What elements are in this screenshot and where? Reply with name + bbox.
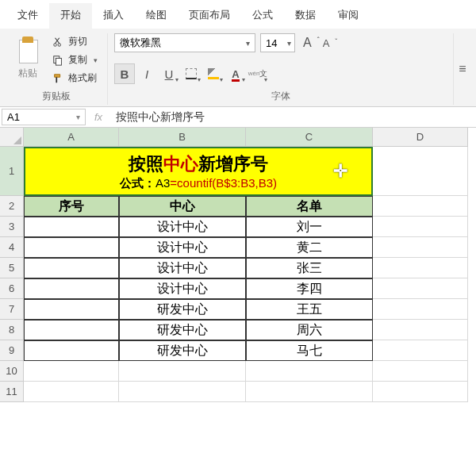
tab-draw[interactable]: 绘图 (135, 3, 178, 29)
italic-button[interactable]: I (136, 63, 157, 84)
cell-b4[interactable]: 设计中心 (119, 237, 246, 258)
row-header-1[interactable]: 1 (0, 147, 24, 196)
row-header-11[interactable]: 11 (0, 382, 24, 402)
phonetic-button[interactable]: wén文▾ (248, 63, 268, 84)
cell-b5[interactable]: 设计中心 (119, 258, 246, 278)
cell-b2[interactable]: 中心 (119, 196, 246, 217)
tab-insert[interactable]: 插入 (92, 3, 135, 29)
col-header-c[interactable]: C (246, 128, 373, 147)
font-family-select[interactable]: 微软雅黑 (114, 33, 255, 52)
row-header-5[interactable]: 5 (0, 258, 24, 278)
title-formula-expr: =countif(B$3:B3,B3) (170, 176, 277, 190)
row-header-7[interactable]: 7 (0, 299, 24, 320)
cell-d7[interactable] (373, 299, 468, 320)
cut-button[interactable]: 剪切 (49, 33, 101, 50)
font-size-select[interactable]: 14 (260, 33, 295, 52)
fill-icon (208, 68, 219, 79)
cell-c5[interactable]: 张三 (246, 258, 373, 278)
font-color-button[interactable]: A▾ (225, 63, 246, 84)
name-box-value: A1 (7, 111, 20, 123)
tab-home[interactable]: 开始 (49, 3, 92, 29)
bold-button[interactable]: B (114, 63, 135, 84)
cell-b10[interactable] (119, 361, 246, 382)
row-header-3[interactable]: 3 (0, 217, 24, 237)
ribbon-overflow-button[interactable]: ≡ (454, 33, 471, 105)
row-header-10[interactable]: 10 (0, 361, 24, 382)
cell-c2[interactable]: 名单 (246, 196, 373, 217)
shrink-font-letter: A (323, 37, 330, 49)
cell-d6[interactable] (373, 278, 468, 299)
cell-d2[interactable] (373, 196, 468, 217)
cell-a7[interactable] (24, 299, 119, 320)
fx-button[interactable]: fx (87, 107, 109, 127)
cell-b6[interactable]: 设计中心 (119, 278, 246, 299)
tab-review[interactable]: 审阅 (327, 3, 370, 29)
cell-c3[interactable]: 刘一 (246, 217, 373, 237)
cell-d8[interactable] (373, 320, 468, 340)
row-header-6[interactable]: 6 (0, 278, 24, 299)
cell-a4[interactable] (24, 237, 119, 258)
cell-d3[interactable] (373, 217, 468, 237)
col-header-d[interactable]: D (373, 128, 468, 147)
cell-c11[interactable] (246, 382, 373, 402)
name-box[interactable]: A1 (2, 109, 86, 125)
row-header-8[interactable]: 8 (0, 320, 24, 340)
underline-letter: U (165, 67, 174, 81)
grow-font-letter: A (303, 36, 312, 49)
cell-d9[interactable] (373, 340, 468, 361)
cell-c10[interactable] (246, 361, 373, 382)
tab-data[interactable]: 数据 (284, 3, 327, 29)
paste-icon (14, 35, 41, 65)
cell-b11[interactable] (119, 382, 246, 402)
cut-label: 剪切 (68, 35, 87, 48)
cell-d1[interactable] (373, 147, 468, 196)
tab-page-layout[interactable]: 页面布局 (178, 3, 241, 29)
font-group: 微软雅黑 14 Aˆ Aˇ B I U▾ ▾ ▾ A▾ wén文▾ 字体 (108, 33, 454, 105)
cell-a6[interactable] (24, 278, 119, 299)
row-header-9[interactable]: 9 (0, 340, 24, 361)
paste-button[interactable]: 粘贴 (11, 33, 44, 82)
cell-a11[interactable] (24, 382, 119, 402)
tab-file[interactable]: 文件 (6, 3, 49, 29)
shrink-font-button[interactable]: Aˇ (320, 37, 333, 49)
col-header-a[interactable]: A (24, 128, 119, 147)
cell-b7[interactable]: 研发中心 (119, 299, 246, 320)
cell-a1-merged-title[interactable]: 按照中心新增序号 公式：A3=countif(B$3:B3,B3) ✛ (24, 147, 373, 196)
row-header-2[interactable]: 2 (0, 196, 24, 217)
select-all-corner[interactable] (0, 128, 24, 147)
cell-d5[interactable] (373, 258, 468, 278)
cell-c8[interactable]: 周六 (246, 320, 373, 340)
cell-a8[interactable] (24, 320, 119, 340)
row-header-4[interactable]: 4 (0, 237, 24, 258)
cell-a2[interactable]: 序号 (24, 196, 119, 217)
cell-d4[interactable] (373, 237, 468, 258)
cell-c7[interactable]: 王五 (246, 299, 373, 320)
fill-color-button[interactable]: ▾ (203, 63, 224, 84)
cell-a10[interactable] (24, 361, 119, 382)
column-headers: A B C D (24, 128, 476, 147)
border-icon (186, 68, 197, 79)
cell-b3[interactable]: 设计中心 (119, 217, 246, 237)
cell-a5[interactable] (24, 258, 119, 278)
cell-b8[interactable]: 研发中心 (119, 320, 246, 340)
tab-formulas[interactable]: 公式 (241, 3, 284, 29)
cell-c6[interactable]: 李四 (246, 278, 373, 299)
copy-label: 复制 (68, 53, 87, 67)
format-painter-button[interactable]: 格式刷 (49, 70, 101, 86)
cell-d11[interactable] (373, 382, 468, 402)
grow-font-button[interactable]: Aˆ (300, 36, 315, 50)
cell-a9[interactable] (24, 340, 119, 361)
cell-c9[interactable]: 马七 (246, 340, 373, 361)
copy-icon (52, 55, 63, 66)
col-header-b[interactable]: B (119, 128, 246, 147)
cell-b9[interactable]: 研发中心 (119, 340, 246, 361)
svg-point-1 (58, 43, 61, 46)
title-formula: 公式：A3=countif(B$3:B3,B3) (120, 176, 277, 191)
underline-button[interactable]: U▾ (159, 63, 179, 84)
border-button[interactable]: ▾ (181, 63, 202, 84)
formula-input[interactable]: 按照中心新增序号 (109, 107, 476, 127)
cell-d10[interactable] (373, 361, 468, 382)
cell-a3[interactable] (24, 217, 119, 237)
cell-c4[interactable]: 黄二 (246, 237, 373, 258)
copy-button[interactable]: 复制▾ (49, 52, 101, 68)
